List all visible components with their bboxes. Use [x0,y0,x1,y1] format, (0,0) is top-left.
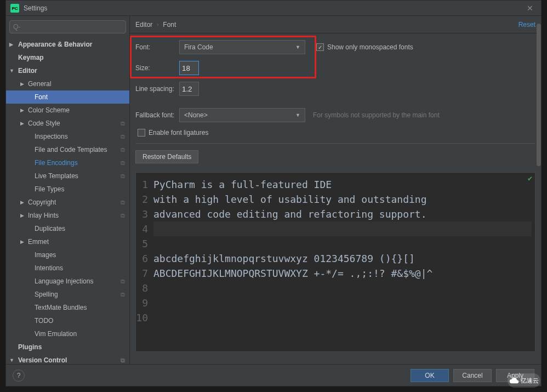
chevron-right-icon: ▶ [20,81,24,87]
restore-defaults-button[interactable]: Restore Defaults [135,150,198,163]
cancel-button[interactable]: Cancel [453,369,492,382]
tree-item-label: Editor [18,67,37,75]
tree-item-duplicates[interactable]: Duplicates [6,222,129,235]
tree-item-label: Inspections [35,133,68,140]
spacing-label: Line spacing: [135,85,179,93]
scheme-icon: ⧉ [121,199,125,206]
chevron-down-icon: ▼ [295,112,300,118]
tree-item-label: Version Control [18,356,67,364]
tree-item-file-types[interactable]: File Types [6,183,129,196]
tree-item-live-templates[interactable]: Live Templates⧉ [6,169,129,183]
tree-item-label: Keymap [18,54,44,61]
chevron-right-icon: ▶ [9,42,13,47]
tree-item-label: File and Code Templates [35,146,107,154]
tree-item-todo[interactable]: TODO [6,314,129,327]
size-input[interactable] [179,61,199,75]
chevron-down-icon: ▼ [295,44,300,50]
font-select[interactable]: Fira Code ▼ [179,40,305,54]
search-input[interactable] [9,20,126,33]
window-title: Settings [24,4,47,12]
checkbox-box [138,129,145,137]
checkbox-box [316,43,324,51]
settings-tree: ▶Appearance & BehaviorKeymap▼Editor▶Gene… [6,38,129,364]
font-preview: 12345678910 PyCharm is a full-featured I… [135,172,535,352]
help-button[interactable]: ? [13,370,25,382]
tree-item-images[interactable]: Images [6,248,129,262]
tree-item-intentions[interactable]: Intentions [6,262,129,275]
close-icon[interactable]: ✕ [523,3,537,14]
tree-item-label: Images [35,251,56,259]
tree-item-label: Code Style [28,120,60,127]
tree-item-language-injections[interactable]: Language Injections⧉ [6,275,129,288]
ligatures-label: Enable font ligatures [149,129,208,137]
tree-item-label: Duplicates [35,225,65,232]
chevron-right-icon: ▶ [20,213,24,218]
scheme-icon: ⧉ [121,212,125,219]
tree-item-code-style[interactable]: ▶Code Style⧉ [6,117,129,130]
fallback-label: Fallback font: [135,111,179,119]
tree-item-inspections[interactable]: Inspections⧉ [6,130,129,143]
scheme-icon: ⧉ [121,173,125,180]
settings-window: Settings ✕ ▶Appearance & BehaviorKeymap▼… [5,0,542,387]
tree-item-label: File Types [35,185,64,193]
separator [135,143,535,144]
tree-item-label: TextMate Bundles [35,304,87,311]
mono-checkbox[interactable]: Show only monospaced fonts [316,43,413,51]
ok-button[interactable]: OK [411,369,449,382]
tree-item-color-scheme[interactable]: ▶Color Scheme [6,104,129,117]
tree-item-font[interactable]: Font [6,90,129,104]
tree-item-general[interactable]: ▶General [6,77,129,90]
tree-item-label: Font [35,93,48,101]
tree-item-appearance-behavior[interactable]: ▶Appearance & Behavior [6,38,129,51]
scheme-icon: ⧉ [121,278,125,285]
tree-item-spelling[interactable]: Spelling⧉ [6,288,129,301]
sidebar: ▶Appearance & BehaviorKeymap▼Editor▶Gene… [6,16,130,364]
tree-item-label: Plugins [18,343,42,351]
tree-item-textmate-bundles[interactable]: TextMate Bundles [6,301,129,314]
titlebar: Settings ✕ [6,1,541,16]
scheme-icon: ⧉ [121,160,125,167]
tree-item-keymap[interactable]: Keymap [6,51,129,64]
footer: ? OK Cancel Apply [6,364,541,386]
tree-item-inlay-hints[interactable]: ▶Inlay Hints⧉ [6,209,129,222]
fallback-select[interactable]: <None> ▼ [179,108,305,122]
tree-item-label: Copyright [28,198,56,206]
tree-item-file-and-code-templates[interactable]: File and Code Templates⧉ [6,143,129,156]
tree-item-label: Spelling [35,291,58,298]
code-preview: PyCharm is a full-featured IDE with a hi… [150,173,535,351]
crumb-editor[interactable]: Editor [135,21,152,29]
font-label: Font: [135,43,179,51]
size-label: Size: [135,64,179,72]
tree-item-plugins[interactable]: Plugins [6,340,129,354]
tree-item-version-control[interactable]: ▼Version Control⧉ [6,354,129,364]
tree-item-vim-emulation[interactable]: Vim Emulation [6,327,129,340]
fallback-hint: For symbols not supported by the main fo… [313,111,440,119]
tree-item-copyright[interactable]: ▶Copyright⧉ [6,196,129,209]
chevron-down-icon: ▼ [9,68,14,73]
tree-item-label: Inlay Hints [28,212,59,219]
scheme-icon: ⧉ [121,291,125,298]
ligatures-checkbox[interactable]: Enable font ligatures [138,129,208,137]
chevron-right-icon: ▶ [20,200,24,205]
tree-item-label: Color Scheme [28,106,70,114]
tree-item-label: General [28,80,52,88]
check-icon: ✔ [527,175,533,183]
watermark: 亿速云 [508,373,540,388]
tree-item-label: Intentions [35,264,63,272]
tree-item-emmet[interactable]: ▶Emmet [6,235,129,248]
tree-item-label: TODO [35,317,53,325]
scheme-icon: ⧉ [121,133,125,140]
reset-link[interactable]: Reset [518,21,535,29]
gutter: 12345678910 [136,173,150,351]
tree-item-editor[interactable]: ▼Editor [6,64,129,77]
scheme-icon: ⧉ [121,120,125,127]
mono-label: Show only monospaced fonts [327,43,413,51]
chevron-right-icon: › [157,22,158,27]
pycharm-icon [10,4,19,13]
tree-item-label: Language Injections [35,277,93,285]
scheme-icon: ⧉ [121,357,125,364]
tree-item-label: Emmet [28,238,49,246]
chevron-right-icon: ▶ [20,107,24,113]
tree-item-file-encodings[interactable]: File Encodings⧉ [6,156,129,169]
spacing-input[interactable] [179,82,199,96]
